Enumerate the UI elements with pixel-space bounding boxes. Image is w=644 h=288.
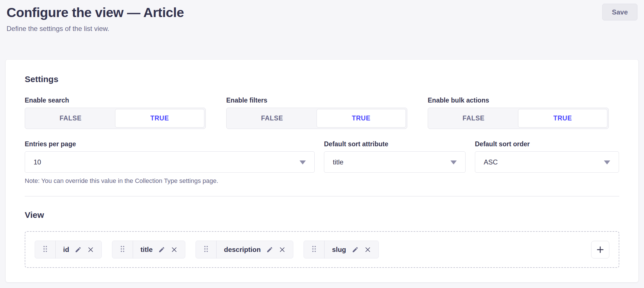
drag-handle-icon: [312, 245, 316, 254]
boolean-toggle[interactable]: FALSE TRUE: [226, 108, 407, 129]
drag-handle-icon: [43, 245, 47, 254]
toggle-option-false[interactable]: FALSE: [228, 109, 317, 128]
field-chip-body: title: [133, 241, 185, 258]
save-button[interactable]: Save: [602, 4, 637, 20]
select-input[interactable]: ASC: [475, 151, 619, 173]
chevron-down-icon: [450, 160, 457, 164]
toggle-option-false[interactable]: FALSE: [26, 109, 115, 128]
field-chip-label: title: [140, 246, 153, 254]
settings-panel: Settings Enable search FALSE TRUE Enable…: [6, 60, 638, 282]
drag-handle[interactable]: [304, 241, 325, 258]
remove-icon[interactable]: [279, 246, 286, 253]
page-title: Configure the view — Article: [7, 5, 637, 20]
select-field-label: Default sort order: [475, 140, 619, 148]
section-divider: [25, 196, 619, 197]
field-dropzone: id title: [25, 231, 619, 268]
page-header: Configure the view — Article Define the …: [0, 0, 644, 55]
select-field-label: Default sort attribute: [324, 140, 466, 148]
plus-icon: [596, 245, 604, 254]
field-chip-body: description: [217, 241, 293, 258]
drag-handle-icon: [204, 245, 208, 254]
field-chip-label: slug: [332, 246, 346, 254]
toggle-field: Enable filters FALSE TRUE: [226, 97, 407, 129]
toggle-option-true[interactable]: TRUE: [317, 109, 406, 128]
field-chip[interactable]: description: [196, 241, 293, 258]
selects-row: Entries per page 10 Default sort attribu…: [25, 140, 619, 173]
edit-pencil-icon[interactable]: [75, 246, 82, 253]
field-chip[interactable]: id: [35, 241, 102, 258]
boolean-toggle[interactable]: FALSE TRUE: [428, 108, 609, 129]
toggle-field: Enable bulk actions FALSE TRUE: [428, 97, 609, 129]
chevron-down-icon: [604, 160, 610, 164]
field-chip-body: id: [56, 241, 101, 258]
drag-handle-icon: [120, 245, 125, 254]
select-input[interactable]: 10: [25, 151, 315, 173]
field-chip[interactable]: slug: [304, 241, 379, 258]
edit-pencil-icon[interactable]: [158, 246, 165, 253]
toggle-field-label: Enable search: [25, 97, 206, 104]
field-chip-label: id: [63, 246, 69, 254]
edit-pencil-icon[interactable]: [266, 246, 273, 253]
entries-note: Note: You can override this value in the…: [25, 178, 619, 184]
select-value: title: [333, 158, 343, 166]
field-chip-body: slug: [325, 241, 378, 258]
drag-handle[interactable]: [112, 241, 133, 258]
select-field: Default sort attribute title: [324, 140, 466, 173]
toggle-field-label: Enable filters: [226, 97, 407, 104]
field-chip[interactable]: title: [112, 241, 185, 258]
add-field-button[interactable]: [591, 241, 609, 258]
drag-handle[interactable]: [35, 241, 56, 258]
toggle-field: Enable search FALSE TRUE: [25, 97, 206, 129]
field-chip-label: description: [224, 246, 261, 254]
toggle-field-label: Enable bulk actions: [428, 97, 609, 104]
toggles-row: Enable search FALSE TRUE Enable filters …: [25, 97, 619, 129]
edit-pencil-icon[interactable]: [352, 246, 359, 253]
select-input[interactable]: title: [324, 151, 466, 173]
select-value: ASC: [484, 158, 498, 166]
boolean-toggle[interactable]: FALSE TRUE: [25, 108, 206, 129]
page-subtitle: Define the settings of the list view.: [7, 24, 637, 33]
remove-icon[interactable]: [171, 246, 178, 253]
settings-heading: Settings: [25, 74, 619, 84]
toggle-option-true[interactable]: TRUE: [115, 109, 205, 128]
select-field: Entries per page 10: [25, 140, 315, 173]
view-heading: View: [25, 210, 619, 220]
toggle-option-false[interactable]: FALSE: [429, 109, 518, 128]
select-field: Default sort order ASC: [475, 140, 619, 173]
toggle-option-true[interactable]: TRUE: [518, 109, 608, 128]
select-value: 10: [34, 158, 41, 166]
remove-icon[interactable]: [87, 246, 94, 253]
chevron-down-icon: [300, 160, 306, 164]
drag-handle[interactable]: [196, 241, 217, 258]
select-field-label: Entries per page: [25, 140, 315, 148]
remove-icon[interactable]: [364, 246, 371, 253]
